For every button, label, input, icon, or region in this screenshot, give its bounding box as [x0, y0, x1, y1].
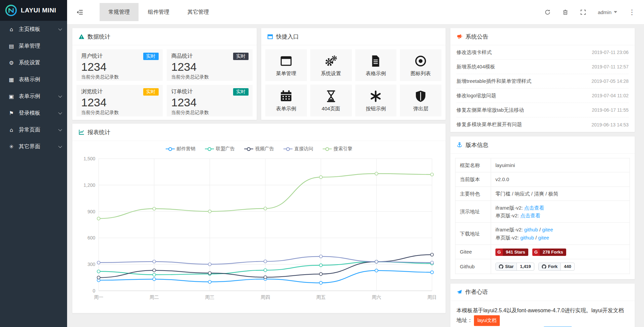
calendar-icon: [279, 89, 293, 103]
sidebar-item-other-ui[interactable]: ✳ 其它界面: [0, 138, 67, 155]
sidebar-collapse-button[interactable]: [67, 0, 92, 24]
github-star-badge[interactable]: Star 1,419: [495, 263, 534, 271]
stat-badge: 实时: [233, 88, 249, 96]
quick-item-404-page[interactable]: 404页面: [310, 85, 352, 116]
sidebar-item-menu-manage[interactable]: ▤ 菜单管理: [0, 38, 67, 54]
refresh-icon[interactable]: [544, 9, 551, 15]
version-panel-header: 版本信息: [450, 137, 635, 154]
legend-marker: [208, 147, 211, 151]
stat-badge: 实时: [143, 53, 159, 60]
chart-area: 03006009001,2001,500周一周二周三周四周五周六周日: [72, 153, 445, 306]
author-panel: 作者心语 本模板基于layui2.5.4以及font-awesome-4.7.0…: [450, 283, 635, 327]
sidebar-item-table-example[interactable]: ▦ 表格示例: [0, 71, 67, 88]
quick-panel-header: 快捷入口: [261, 28, 445, 45]
svg-text:0: 0: [93, 288, 95, 293]
table-row: 主要特色 零门槛 / 响应式 / 清爽 / 极简: [455, 186, 630, 201]
panel-title: 数据统计: [88, 33, 110, 41]
quick-entry-panel: 快捷入口 菜单管理: [261, 28, 446, 120]
svg-text:周三: 周三: [205, 294, 214, 300]
chart-legend: 邮件营销 联盟广告 视频广告 直接访问: [72, 141, 445, 153]
quick-item-menu-manage[interactable]: 菜单管理: [265, 49, 307, 81]
notice-item: 修复多模块菜单栏展开有问题 2019-06-13 14:53: [457, 117, 629, 132]
svg-text:600: 600: [88, 235, 96, 240]
stat-card-users: 用户统计 1234 当前分类总记录数 实时: [76, 49, 163, 81]
svg-text:1,500: 1,500: [84, 156, 95, 161]
quick-item-system-settings[interactable]: 系统设置: [310, 49, 352, 81]
demo-spa-link[interactable]: 点击查看: [520, 213, 540, 218]
table-row: 演示地址 iframe版-v2: 点击查看 单页版-v2: 点击查看: [455, 201, 630, 223]
right-column: 系统公告 修改选项卡样式 2019-07-11 23:06 新增系统404模板 …: [450, 28, 635, 327]
tab-component-manage[interactable]: 组件管理: [139, 0, 178, 24]
panel-title: 快捷入口: [276, 33, 299, 41]
report-line-chart: 03006009001,2001,500周一周二周三周四周五周六周日: [77, 153, 441, 304]
window-icon: [279, 54, 293, 68]
demo-iframe-link[interactable]: 点击查看: [524, 205, 544, 211]
svg-text:周六: 周六: [372, 294, 381, 300]
quick-item-icon-list[interactable]: 图标列表: [400, 49, 441, 81]
quick-item-table-example[interactable]: 表格示例: [355, 49, 397, 81]
notice-item: 新增系统404模板 2019-07-11 12:57: [457, 60, 629, 74]
sidebar-item-error-pages[interactable]: ⌂ 异常页面: [0, 121, 67, 138]
tab-other-manage[interactable]: 其它管理: [178, 0, 218, 24]
sidebar-item-system-settings[interactable]: ⚙ 系统设置: [0, 54, 67, 71]
notice-item: 修复左侧菜单缩放tab无法移动 2019-06-17 11:55: [457, 103, 629, 117]
hourglass-icon: [324, 89, 338, 103]
download-gitee-link[interactable]: gitee: [542, 227, 553, 232]
legend-marker: [247, 147, 251, 151]
bullhorn-icon: [457, 34, 463, 40]
legend-item[interactable]: 邮件营销: [166, 146, 196, 152]
gitee-stars-badge[interactable]: G 941 Stars: [495, 249, 528, 256]
header: 常规管理 组件管理 其它管理: [67, 0, 644, 24]
caret-down-icon: [614, 11, 617, 13]
notice-item: 修改选项卡样式 2019-07-11 23:06: [457, 45, 629, 60]
panel-title: 系统公告: [466, 33, 488, 41]
download-gitee-link[interactable]: gitee: [538, 235, 549, 240]
table-row: 下载地址 iframe版-v2: github / gitee 单页版-v2: …: [455, 223, 630, 245]
sidebar-item-home[interactable]: ⌂ 主页模板: [0, 21, 67, 38]
download-github-link[interactable]: github: [520, 235, 534, 240]
home-icon: ⌂: [7, 26, 15, 33]
quick-item-popup-layer[interactable]: 弹出层: [400, 85, 441, 116]
user-menu[interactable]: admin: [598, 9, 617, 15]
quick-item-button-example[interactable]: 按钮示例: [355, 85, 397, 116]
sidebar-item-login-template[interactable]: ⚑ 登录模板: [0, 105, 67, 121]
window-icon: ▤: [7, 43, 15, 49]
dot-circle-icon: [414, 54, 428, 68]
gitee-forks-badge[interactable]: G 278 Forks: [532, 249, 566, 256]
quick-item-form-example[interactable]: 表单示例: [265, 85, 307, 116]
asterisk-icon: [369, 89, 383, 103]
line-chart-icon: [78, 129, 85, 135]
main: 常规管理 组件管理 其它管理: [67, 0, 644, 327]
svg-text:周日: 周日: [427, 294, 437, 300]
more-options-icon[interactable]: ⋮: [629, 8, 635, 16]
chevron-down-icon: [58, 94, 62, 98]
stat-card-goods: 商品统计 1234 当前分类总记录数 实时: [167, 49, 253, 81]
quick-grid: 菜单管理: [261, 45, 445, 120]
legend-item[interactable]: 联盟广告: [205, 146, 235, 152]
notice-item: 新增treetable插件和菜单管理样式 2019-07-05 14:28: [457, 74, 629, 89]
legend-item[interactable]: 直接访问: [283, 146, 313, 152]
svg-text:900: 900: [88, 209, 96, 214]
version-table: 框架名称 layuimini 当前版本 v2.0.0 主要特色 零门槛 / 响应…: [455, 158, 630, 274]
tab-general-manage[interactable]: 常规管理: [99, 0, 139, 24]
panel-title: 作者心语: [465, 288, 488, 296]
gears-icon: ⚙: [7, 60, 15, 66]
error-page-icon: ⌂: [7, 127, 15, 133]
table-row: Gitee G 941 Stars G 278 Forks: [455, 244, 630, 259]
stats-grid: 用户统计 1234 当前分类总记录数 实时 商品统计 1234 当前分类总记录数…: [72, 45, 257, 120]
table-row: 当前版本 v2.0.0: [455, 172, 630, 186]
layui-logo-icon: [5, 4, 17, 17]
github-fork-badge[interactable]: Fork 440: [538, 263, 575, 271]
layui-doc-badge[interactable]: layui文档: [474, 315, 500, 326]
left-column: 数据统计 用户统计 1234 当前分类总记录数 实时 商品统计 1: [72, 28, 446, 327]
download-github-link[interactable]: github: [524, 227, 538, 232]
legend-item[interactable]: 视频广告: [244, 146, 274, 152]
clear-cache-icon[interactable]: [562, 9, 569, 15]
sidebar-item-form-example[interactable]: ▣ 表单示例: [0, 88, 67, 105]
misc-icon: ✳: [7, 144, 15, 150]
legend-item[interactable]: 搜索引擎: [323, 146, 353, 152]
panel-title: 报表统计: [88, 128, 110, 136]
fullscreen-icon[interactable]: [580, 9, 586, 15]
calendar-icon: ▣: [7, 93, 15, 100]
octocat-icon: [542, 264, 546, 269]
